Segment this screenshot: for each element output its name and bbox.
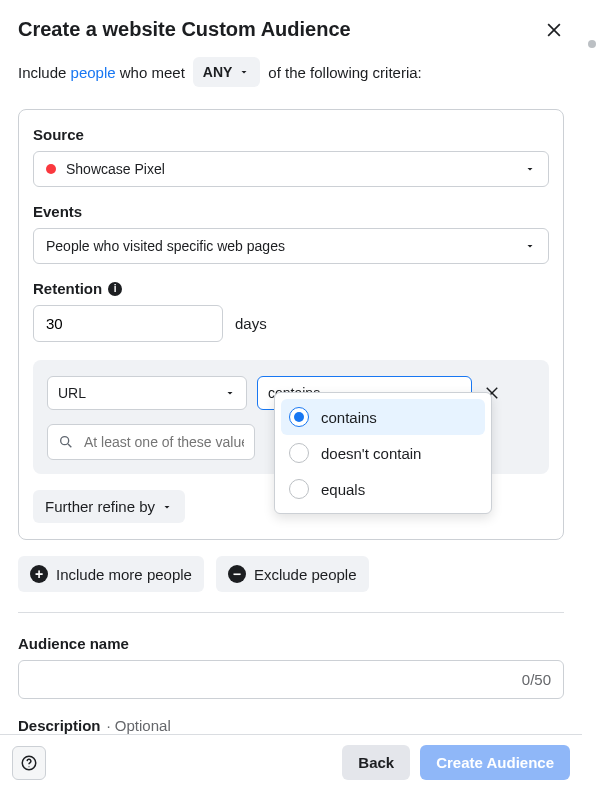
criteria-suffix: of the following criteria: (268, 64, 421, 81)
svg-point-4 (61, 437, 69, 445)
info-icon[interactable]: i (108, 282, 122, 296)
audience-name-label: Audience name (18, 635, 564, 652)
retention-label: Retention i (33, 280, 549, 297)
radio-icon (289, 407, 309, 427)
option-label: contains (321, 409, 377, 426)
plus-circle-icon: + (30, 565, 48, 583)
further-refine-button[interactable]: Further refine by (33, 490, 185, 523)
radio-icon (289, 479, 309, 499)
pixel-status-dot (46, 164, 56, 174)
criteria-text: Include people who meet (18, 64, 185, 81)
audience-name-input[interactable]: 0/50 (18, 660, 564, 699)
caret-down-icon (524, 163, 536, 175)
dialog-header: Create a website Custom Audience (18, 18, 564, 41)
events-select[interactable]: People who visited specific web pages (33, 228, 549, 264)
create-audience-button[interactable]: Create Audience (420, 745, 570, 780)
url-values-input-wrap[interactable] (47, 424, 255, 460)
exclude-people-label: Exclude people (254, 566, 357, 583)
dialog-create-custom-audience: Create a website Custom Audience Include… (0, 0, 582, 790)
match-any-dropdown[interactable]: ANY (193, 57, 261, 87)
help-button[interactable] (12, 746, 46, 780)
back-button[interactable]: Back (342, 745, 410, 780)
description-label: Description · Optional (18, 717, 564, 734)
scrollbar[interactable] (588, 40, 596, 48)
dialog-footer: Back Create Audience (0, 734, 582, 790)
source-label: Source (33, 126, 549, 143)
url-field-label: URL (58, 385, 86, 401)
include-exclude-row: + Include more people − Exclude people (18, 556, 564, 592)
source-value: Showcase Pixel (66, 161, 165, 177)
option-label: equals (321, 481, 365, 498)
url-values-input[interactable] (84, 434, 244, 450)
search-icon (58, 434, 74, 450)
caret-down-icon (524, 240, 536, 252)
radio-icon (289, 443, 309, 463)
retention-unit: days (235, 315, 267, 332)
close-icon[interactable] (544, 20, 564, 40)
people-link[interactable]: people (71, 64, 116, 81)
caret-down-icon (161, 501, 173, 513)
dialog-title: Create a website Custom Audience (18, 18, 351, 41)
option-equals[interactable]: equals (281, 471, 485, 507)
option-label: doesn't contain (321, 445, 421, 462)
caret-down-icon (224, 387, 236, 399)
svg-line-5 (68, 444, 71, 447)
events-value: People who visited specific web pages (46, 238, 285, 254)
divider (18, 612, 564, 613)
option-doesnt-contain[interactable]: doesn't contain (281, 435, 485, 471)
include-more-button[interactable]: + Include more people (18, 556, 204, 592)
retention-input[interactable] (33, 305, 223, 342)
events-label: Events (33, 203, 549, 220)
url-field-select[interactable]: URL (47, 376, 247, 410)
audience-name-field: Audience name 0/50 (18, 635, 564, 699)
audience-name-counter: 0/50 (522, 671, 551, 688)
svg-point-7 (28, 766, 29, 767)
question-icon (20, 754, 38, 772)
minus-circle-icon: − (228, 565, 246, 583)
exclude-people-button[interactable]: − Exclude people (216, 556, 369, 592)
match-any-label: ANY (203, 64, 233, 80)
further-refine-label: Further refine by (45, 498, 155, 515)
caret-down-icon (238, 66, 250, 78)
option-contains[interactable]: contains (281, 399, 485, 435)
include-more-label: Include more people (56, 566, 192, 583)
source-select[interactable]: Showcase Pixel (33, 151, 549, 187)
criteria-sentence: Include people who meet ANY of the follo… (18, 57, 564, 87)
match-operator-dropdown: contains doesn't contain equals (274, 392, 492, 514)
